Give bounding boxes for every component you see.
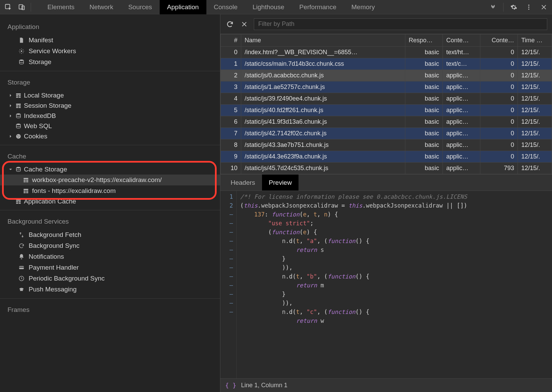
svg-point-21: [17, 135, 18, 136]
tab-application[interactable]: Application: [160, 0, 206, 14]
cell-name: /static/js/39.f2490ee4.chunk.js: [241, 93, 405, 105]
sidebar-item-cache-entry-0[interactable]: workbox-precache-v2-https://excalidraw.c…: [0, 175, 220, 185]
sidebar-item-local-storage[interactable]: Local Storage: [0, 90, 220, 101]
tab-network[interactable]: Network: [82, 0, 121, 14]
svg-rect-17: [19, 107, 21, 108]
table-row[interactable]: 4/static/js/39.f2490ee4.chunk.jsbasicapp…: [221, 93, 552, 105]
sidebar-item-manifest[interactable]: Manifest: [0, 35, 220, 46]
tab-sources[interactable]: Sources: [121, 0, 160, 14]
sidebar-item-payment-handler[interactable]: Payment Handler: [0, 262, 220, 273]
grid-icon: [23, 177, 29, 183]
svg-rect-15: [19, 105, 21, 106]
clear-icon[interactable]: [239, 19, 249, 29]
tab-console[interactable]: Console: [206, 0, 245, 14]
cell-ctype: applic…: [443, 93, 480, 105]
sidebar-item-session-storage[interactable]: Session Storage: [0, 101, 220, 111]
table-row[interactable]: 9/static/js/44.3e623f9a.chunk.jsbasicapp…: [221, 151, 552, 163]
more-tabs-icon[interactable]: [487, 0, 499, 14]
col-2[interactable]: Respo…: [405, 34, 443, 47]
cell-time: 12/15/.: [518, 163, 552, 174]
svg-rect-9: [16, 95, 18, 96]
sidebar-item-periodic-background-sync[interactable]: Periodic Background Sync: [0, 273, 220, 284]
divider: [0, 298, 220, 299]
svg-point-4: [528, 6, 529, 7]
detail-tab-preview[interactable]: Preview: [262, 175, 299, 191]
cell-clen: 0: [480, 151, 518, 163]
sidebar-item-label: IndexedDB: [24, 112, 56, 120]
table-row[interactable]: 6/static/js/41.9f3d13a6.chunk.jsbasicapp…: [221, 116, 552, 128]
sidebar-item-notifications[interactable]: Notifications: [0, 251, 220, 262]
svg-rect-37: [19, 201, 21, 202]
payment-handler-icon: [18, 264, 25, 271]
detail-tab-headers[interactable]: Headers: [224, 175, 262, 191]
svg-point-43: [19, 288, 24, 290]
database-icon: [15, 123, 22, 130]
notifications-icon: [18, 253, 25, 260]
application-sidebar: Application Manifest Service Workers Sto…: [0, 14, 220, 392]
svg-rect-31: [24, 191, 26, 192]
code-body[interactable]: /*! For license information please see 0…: [237, 191, 552, 378]
table-row[interactable]: 10/static/js/45.7d24c535.chunk.jsbasicap…: [221, 163, 552, 174]
col-5[interactable]: Time …: [518, 34, 552, 47]
table-row[interactable]: 8/static/js/43.3ae7b751.chunk.jsbasicapp…: [221, 139, 552, 151]
tab-elements[interactable]: Elements: [40, 0, 82, 14]
cell-time: 12/15/.: [518, 139, 552, 151]
svg-point-24: [16, 167, 20, 169]
divider: [0, 210, 220, 210]
kebab-icon[interactable]: [523, 0, 535, 14]
sidebar-item-background-sync[interactable]: Background Sync: [0, 240, 220, 251]
tab-lighthouse[interactable]: Lighthouse: [245, 0, 292, 14]
col-1[interactable]: Name: [241, 34, 405, 47]
col-0[interactable]: #: [221, 34, 241, 47]
table-row[interactable]: 5/static/js/40.fd2ff261.chunk.jsbasicapp…: [221, 105, 552, 116]
gear-icon[interactable]: [508, 0, 520, 14]
cell-index: 3: [221, 81, 241, 93]
sidebar-item-background-fetch[interactable]: Background Fetch: [0, 229, 220, 240]
svg-rect-39: [19, 203, 21, 204]
cell-clen: 0: [480, 105, 518, 116]
reload-icon[interactable]: [225, 19, 235, 29]
cell-time: 12/15/.: [518, 151, 552, 163]
cell-index: 7: [221, 128, 241, 139]
devtools-topbar: ElementsNetworkSourcesApplicationConsole…: [0, 0, 552, 14]
chevron-down-icon: [8, 167, 13, 172]
sidebar-group-background-services: Background Services: [0, 214, 220, 229]
table-row[interactable]: 0/index.html?__WB_REVISION__=6855…basict…: [221, 47, 552, 58]
sidebar-item-label: Local Storage: [24, 92, 64, 99]
svg-rect-8: [16, 93, 21, 95]
tab-performance[interactable]: Performance: [292, 0, 344, 14]
sidebar-item-label: Payment Handler: [29, 264, 79, 271]
cell-time: 12/15/.: [518, 70, 552, 81]
sidebar-item-push-messaging[interactable]: Push Messaging: [0, 284, 220, 295]
sidebar-item-storage[interactable]: Storage: [0, 57, 220, 67]
table-row[interactable]: 1/static/css/main.7d14b3cc.chunk.cssbasi…: [221, 58, 552, 70]
table-row[interactable]: 7/static/js/42.7142f02c.chunk.jsbasicapp…: [221, 128, 552, 139]
database-icon: [18, 58, 25, 66]
code-gutter: 1 2 – – – – – – – – – – – –: [220, 191, 237, 378]
divider: [0, 145, 220, 145]
svg-rect-16: [16, 107, 18, 108]
svg-point-3: [528, 4, 529, 5]
table-row[interactable]: 3/static/js/1.ae52757c.chunk.jsbasicappl…: [221, 81, 552, 93]
sidebar-item-label: Web SQL: [24, 122, 52, 130]
divider: [31, 3, 31, 12]
sidebar-item-cookies[interactable]: Cookies: [0, 131, 220, 141]
sidebar-item-service-workers[interactable]: Service Workers: [0, 46, 220, 57]
col-3[interactable]: Conte…: [443, 34, 480, 47]
col-4[interactable]: Conte…: [480, 34, 518, 47]
device-toggle-icon[interactable]: [16, 0, 28, 14]
sidebar-item-cache-storage[interactable]: Cache Storage: [0, 164, 220, 175]
tab-memory[interactable]: Memory: [344, 0, 382, 14]
close-icon[interactable]: [538, 0, 550, 14]
sidebar-item-indexeddb[interactable]: IndexedDB: [0, 111, 220, 121]
svg-rect-28: [24, 181, 26, 182]
cell-ctype: applic…: [443, 116, 480, 128]
sidebar-item-cache-entry-1[interactable]: fonts - https://excalidraw.com: [0, 185, 220, 196]
inspect-element-icon[interactable]: [2, 0, 14, 14]
sidebar-item-application-cache[interactable]: Application Cache: [0, 196, 220, 207]
divider: [503, 3, 504, 12]
sidebar-item-web-sql[interactable]: Web SQL: [0, 121, 220, 131]
pretty-print-icon[interactable]: { }: [225, 382, 236, 389]
filter-input[interactable]: [254, 18, 547, 30]
table-row[interactable]: 2/static/js/0.acabcbcc.chunk.jsbasicappl…: [221, 70, 552, 81]
